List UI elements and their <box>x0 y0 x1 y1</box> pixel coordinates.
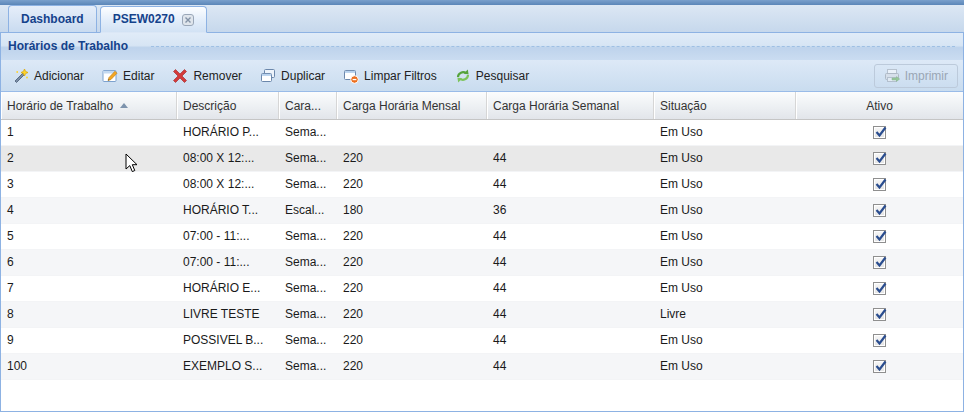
column-label: Horário de Trabalho <box>7 99 113 113</box>
cell-caracteristica: Sema... <box>279 224 337 249</box>
cell-descricao: HORÁRIO E... <box>177 276 279 301</box>
column-header-carga-horaria-mensal[interactable]: Carga Horária Mensal <box>337 92 487 119</box>
ativo-checkbox[interactable] <box>873 308 886 321</box>
add-button[interactable]: Adicionar <box>6 65 91 87</box>
cell-descricao: POSSIVEL B... <box>177 328 279 353</box>
cell-ativo <box>796 328 963 353</box>
ativo-checkbox[interactable] <box>873 126 886 139</box>
clear-filters-button[interactable]: Limpar Filtros <box>336 65 444 87</box>
cell-descricao: 08:00 X 12:... <box>177 146 279 171</box>
tab-dashboard[interactable]: Dashboard <box>8 5 97 32</box>
tab-label: Dashboard <box>21 7 84 32</box>
grid-body: 1HORÁRIO P...Sema...Em Uso208:00 X 12:..… <box>1 120 963 380</box>
button-label: Adicionar <box>34 69 84 83</box>
cell-carga-horaria-semanal: 44 <box>487 146 654 171</box>
button-label: Pesquisar <box>476 69 529 83</box>
table-row[interactable]: 507:00 - 11:...Sema...22044Em Uso <box>1 224 963 250</box>
cell-caracteristica: Escal... <box>279 198 337 223</box>
cell-carga-horaria-semanal: 44 <box>487 172 654 197</box>
duplicate-button[interactable]: Duplicar <box>253 65 332 87</box>
table-row[interactable]: 208:00 X 12:...Sema...22044Em Uso <box>1 146 963 172</box>
table-row[interactable]: 1HORÁRIO P...Sema...Em Uso <box>1 120 963 146</box>
table-row[interactable]: 8LIVRE TESTESema...22044Livre <box>1 302 963 328</box>
cell-horario-de-trabalho: 6 <box>1 250 177 275</box>
cell-descricao: LIVRE TESTE <box>177 302 279 327</box>
cell-carga-horaria-semanal: 44 <box>487 354 654 379</box>
tab-bar: Dashboard PSEW0270 <box>0 5 964 33</box>
remove-cross-icon <box>172 68 188 84</box>
column-header-carga-horaria-semanal[interactable]: Carga Horária Semanal <box>487 92 654 119</box>
ativo-checkbox[interactable] <box>873 360 886 373</box>
column-label: Situação <box>660 99 707 113</box>
cell-ativo <box>796 250 963 275</box>
cell-caracteristica: Sema... <box>279 250 337 275</box>
table-row[interactable]: 9POSSIVEL B...Sema...22044Em Uso <box>1 328 963 354</box>
cell-situacao: Em Uso <box>654 354 796 379</box>
cell-horario-de-trabalho: 1 <box>1 120 177 145</box>
column-header-ativo[interactable]: Ativo <box>796 92 963 119</box>
cell-horario-de-trabalho: 4 <box>1 198 177 223</box>
toolbar: Adicionar Editar Remover Duplicar <box>1 60 963 92</box>
cell-ativo <box>796 224 963 249</box>
work-schedules-panel: Horários de Trabalho Adicionar Editar Re… <box>0 33 964 412</box>
cell-carga-horaria-semanal: 44 <box>487 276 654 301</box>
table-row[interactable]: 100EXEMPLO S...Sema...22044Em Uso <box>1 354 963 380</box>
button-label: Limpar Filtros <box>364 69 437 83</box>
ativo-checkbox[interactable] <box>873 256 886 269</box>
cell-ativo <box>796 172 963 197</box>
column-header-situacao[interactable]: Situação <box>654 92 796 119</box>
print-button[interactable]: Imprimir <box>874 64 958 88</box>
table-row[interactable]: 308:00 X 12:...Sema...22044Em Uso <box>1 172 963 198</box>
cell-carga-horaria-mensal: 220 <box>337 302 487 327</box>
cell-horario-de-trabalho: 100 <box>1 354 177 379</box>
cell-horario-de-trabalho: 3 <box>1 172 177 197</box>
column-label: Carga Horária Semanal <box>493 99 619 113</box>
column-label: Descrição <box>183 99 236 113</box>
ativo-checkbox[interactable] <box>873 282 886 295</box>
cell-caracteristica: Sema... <box>279 302 337 327</box>
tab-close-icon[interactable] <box>182 14 194 26</box>
cell-ativo <box>796 120 963 145</box>
cell-ativo <box>796 146 963 171</box>
cell-situacao: Em Uso <box>654 250 796 275</box>
column-label: Cara... <box>285 99 321 113</box>
button-label: Remover <box>193 69 242 83</box>
printer-icon <box>884 68 900 84</box>
table-row[interactable]: 7HORÁRIO E...Sema...22044Em Uso <box>1 276 963 302</box>
cell-carga-horaria-mensal: 220 <box>337 146 487 171</box>
ativo-checkbox[interactable] <box>873 152 886 165</box>
sort-asc-icon <box>120 103 128 108</box>
cell-situacao: Em Uso <box>654 276 796 301</box>
cell-descricao: HORÁRIO P... <box>177 120 279 145</box>
cell-caracteristica: Sema... <box>279 172 337 197</box>
refresh-search-icon <box>455 68 471 84</box>
table-row[interactable]: 607:00 - 11:...Sema...22044Em Uso <box>1 250 963 276</box>
edit-button[interactable]: Editar <box>95 65 161 87</box>
cell-carga-horaria-mensal: 220 <box>337 250 487 275</box>
column-header-caracteristica[interactable]: Cara... <box>279 92 337 119</box>
cell-carga-horaria-mensal: 220 <box>337 224 487 249</box>
cell-situacao: Em Uso <box>654 146 796 171</box>
tab-psew0270[interactable]: PSEW0270 <box>100 6 207 33</box>
panel-header: Horários de Trabalho <box>1 33 963 60</box>
cell-carga-horaria-semanal: 44 <box>487 224 654 249</box>
cell-situacao: Em Uso <box>654 172 796 197</box>
remove-button[interactable]: Remover <box>165 65 249 87</box>
search-button[interactable]: Pesquisar <box>448 65 536 87</box>
column-header-descricao[interactable]: Descrição <box>177 92 279 119</box>
cell-carga-horaria-semanal <box>487 120 654 145</box>
column-label: Ativo <box>866 99 893 113</box>
column-header-horario-de-trabalho[interactable]: Horário de Trabalho <box>1 92 177 119</box>
cell-carga-horaria-mensal: 220 <box>337 172 487 197</box>
ativo-checkbox[interactable] <box>873 178 886 191</box>
cell-horario-de-trabalho: 9 <box>1 328 177 353</box>
cell-caracteristica: Sema... <box>279 276 337 301</box>
cell-situacao: Em Uso <box>654 328 796 353</box>
ativo-checkbox[interactable] <box>873 204 886 217</box>
cell-horario-de-trabalho: 7 <box>1 276 177 301</box>
cell-ativo <box>796 302 963 327</box>
ativo-checkbox[interactable] <box>873 230 886 243</box>
cell-descricao: 08:00 X 12:... <box>177 172 279 197</box>
ativo-checkbox[interactable] <box>873 334 886 347</box>
table-row[interactable]: 4HORÁRIO T...Escal...18036Em Uso <box>1 198 963 224</box>
